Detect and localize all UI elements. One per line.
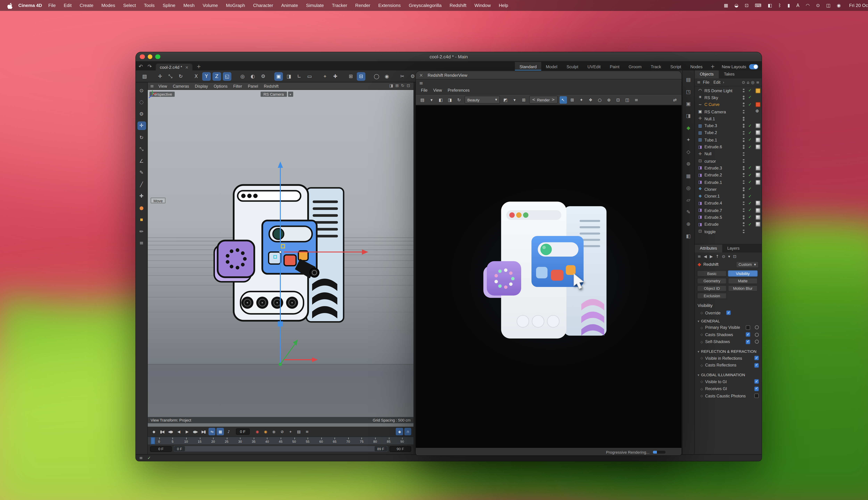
renderview-icon[interactable]: ✦ <box>578 96 585 103</box>
visibility-dots[interactable] <box>742 145 745 149</box>
object-name[interactable]: Tube.3 <box>705 123 741 128</box>
object-row[interactable]: ❖ Cloner ✓ <box>695 185 762 193</box>
visibility-dots[interactable] <box>742 187 745 191</box>
mode-dropdown[interactable]: Custom ▾ <box>736 261 759 268</box>
close-icon[interactable]: × <box>419 72 423 78</box>
apple-icon[interactable] <box>7 2 13 9</box>
attribute-toolbar-icon[interactable]: ⊙ <box>722 254 725 259</box>
toolbar-icon[interactable]: ◉ <box>382 72 391 80</box>
preview-start-handle[interactable]: 0 F <box>174 446 185 451</box>
object-name[interactable]: Extrude.6 <box>705 144 741 149</box>
hamburger-icon[interactable]: ≡ <box>139 455 143 461</box>
tag-slot[interactable] <box>755 194 761 198</box>
add-layout-icon[interactable]: + <box>707 64 718 69</box>
menu-item[interactable]: Modes <box>98 3 119 8</box>
visibility-dots[interactable] <box>742 180 745 184</box>
redo-icon[interactable]: ↷ <box>146 64 153 69</box>
renderview-icon[interactable]: ❖ <box>587 96 594 103</box>
preview-end-handle[interactable]: 89 F <box>374 446 387 451</box>
transport-icon[interactable]: ▦ <box>216 428 224 435</box>
render-stepper[interactable]: < Render > <box>529 96 558 104</box>
object-row[interactable]: ▥ Tube.3 ✓ <box>695 122 762 129</box>
object-row[interactable]: ☀ RS Sky ✓ <box>695 94 762 101</box>
range-start-field[interactable]: 0 F <box>150 446 172 452</box>
renderview-menu-item[interactable]: Preferences <box>445 88 472 92</box>
transport-icon[interactable]: ▶ <box>183 428 191 435</box>
keyframe-diamond-icon[interactable]: ◇ <box>700 340 703 343</box>
status-icon[interactable]: ◫ <box>823 3 834 8</box>
toolbar-icon[interactable]: ✂ <box>398 72 407 80</box>
viewport-corner-icon[interactable]: ⊡ <box>407 84 410 88</box>
record-icon[interactable]: ◉ <box>253 428 261 435</box>
renderview-icon[interactable]: ≡ <box>632 96 640 103</box>
document-tab[interactable]: cool-2.c4d * × <box>156 64 193 71</box>
toolbar-icon[interactable]: ↻ <box>176 72 185 80</box>
transport-icon[interactable]: ◀◆ <box>167 428 174 435</box>
layout-tab[interactable]: Track <box>646 62 666 71</box>
menu-item[interactable]: MoGraph <box>222 3 249 8</box>
status-icon[interactable]: ▦ <box>721 3 731 8</box>
object-manager-icon[interactable]: ⌂ <box>747 80 749 84</box>
enabled-check-icon[interactable]: ✓ <box>747 137 753 142</box>
menu-item[interactable]: Animate <box>277 3 302 8</box>
object-row[interactable]: ✛ Null <box>695 150 762 158</box>
timeline-ruler[interactable]: 051015202530354045505560657075808590 <box>148 436 413 444</box>
object-name[interactable]: Extrude <box>705 222 741 227</box>
object-name[interactable]: Cloner.1 <box>705 194 741 199</box>
toolbar-icon[interactable]: ▣ <box>274 72 283 80</box>
keyframe-diamond-icon[interactable]: ◇ <box>700 326 703 329</box>
status-icon[interactable]: ▮ <box>784 3 793 8</box>
attribute-checkbox[interactable] <box>746 339 750 344</box>
autokey-icon[interactable]: ◆ <box>396 428 403 435</box>
object-row[interactable]: ◨ Extrude.3 ✓ <box>695 164 762 172</box>
visibility-dots[interactable] <box>742 159 745 163</box>
visibility-dots[interactable] <box>742 152 745 156</box>
status-icon[interactable]: A <box>793 3 802 8</box>
visibility-dots[interactable] <box>742 215 745 219</box>
range-end-field[interactable]: 90 F <box>389 446 411 452</box>
tool-icon[interactable]: ▪ <box>137 215 146 224</box>
visibility-dots[interactable] <box>742 208 745 212</box>
tool-icon[interactable]: ∠ <box>137 157 146 165</box>
viewport-menu-item[interactable]: Options <box>211 84 230 88</box>
renderview-icon[interactable]: ○ <box>596 96 603 103</box>
object-name[interactable]: Extrude.4 <box>705 201 741 206</box>
status-icon[interactable]: ◒ <box>731 3 741 8</box>
renderview-menu-item[interactable]: File <box>418 88 430 92</box>
tag-slot[interactable] <box>755 173 761 178</box>
toolbar-icon[interactable]: Z <box>213 72 221 80</box>
status-icon[interactable]: ⊙ <box>813 3 823 8</box>
layout-tab[interactable]: Nodes <box>686 62 707 71</box>
state-circle[interactable] <box>755 340 759 344</box>
layout-tab[interactable]: UVEdit <box>583 62 605 71</box>
enabled-check-icon[interactable]: ✓ <box>747 180 753 184</box>
toolbar-icon[interactable]: ▭ <box>305 72 314 80</box>
menu-item[interactable]: Simulate <box>302 3 328 8</box>
group-header[interactable]: ▾ REFLECTION & REFRACTION <box>695 348 762 354</box>
visibility-dots[interactable] <box>742 194 745 198</box>
object-row[interactable]: ⊡ toggle <box>695 228 762 235</box>
current-frame-field[interactable]: 0 F <box>236 429 250 435</box>
manager-icon[interactable]: ◆ <box>684 123 693 132</box>
visibility-dots[interactable] <box>742 110 745 114</box>
enabled-check-icon[interactable]: ✓ <box>747 208 753 213</box>
status-icon[interactable]: ⊡ <box>742 3 752 8</box>
attribute-tab[interactable]: Visibility <box>728 270 758 276</box>
state-circle[interactable] <box>755 326 759 330</box>
renderview-icon[interactable]: ⊞ <box>569 96 576 103</box>
chevron-right-icon[interactable]: › <box>723 80 724 85</box>
renderview-icon[interactable]: ◧ <box>437 96 444 103</box>
visibility-dots[interactable] <box>742 201 745 205</box>
tag-slot[interactable] <box>755 159 761 163</box>
toolbar-icon[interactable]: X <box>192 72 200 80</box>
tag-slot[interactable] <box>755 96 761 100</box>
object-name[interactable]: RS Dome Light <box>705 88 741 93</box>
layout-tab[interactable]: Sculpt <box>562 62 583 71</box>
visibility-dots[interactable] <box>742 138 745 142</box>
tag-slot[interactable] <box>755 215 761 220</box>
enabled-check-icon[interactable]: ✓ <box>747 173 753 177</box>
object-name[interactable]: cursor <box>705 159 741 164</box>
tool-icon[interactable]: ✛ <box>137 121 146 130</box>
app-menu[interactable]: Cinema 4D <box>19 3 42 8</box>
tag-slot[interactable] <box>755 201 761 206</box>
